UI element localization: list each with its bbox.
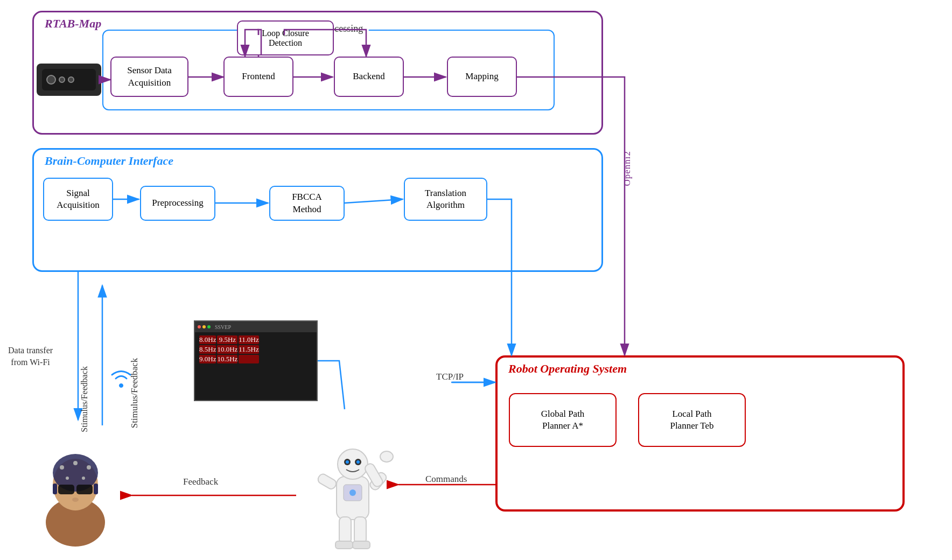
fbcca-node: FBCCA Method [269, 186, 345, 221]
global-planner-label: Global Path Planner A* [541, 408, 585, 432]
loop-closure-label: Loop Closure Detection [262, 29, 309, 48]
svg-point-17 [346, 460, 349, 464]
svg-rect-26 [353, 541, 370, 549]
svg-point-3 [60, 465, 64, 470]
freq-cell-8: 10.5Hz [217, 355, 237, 363]
preprocessing-node: Preprocessing [140, 186, 215, 221]
svg-point-4 [73, 461, 78, 465]
robot-figure [302, 425, 404, 549]
wifi-icon [108, 366, 135, 393]
freq-cell-9 [239, 355, 258, 363]
signal-acquisition-node: Signal Acquisition [43, 178, 113, 221]
bci-label: Brain-Computer Interface [45, 154, 173, 168]
svg-point-14 [338, 449, 368, 479]
tcp-ip-label: TCP/IP [436, 372, 464, 382]
svg-point-18 [356, 460, 360, 464]
data-transfer-label: Data transfer from Wi-Fi [8, 345, 53, 369]
freq-cell-3: 11.0Hz [239, 335, 258, 344]
svg-rect-23 [339, 517, 351, 544]
freq-cell-5: 10.0Hz [217, 345, 237, 354]
commands-label: Commands [425, 474, 467, 485]
svg-point-7 [82, 477, 85, 480]
diagram-container: RTAB-Map Brain-Computer Interface Robot … [0, 0, 952, 560]
backend-label: Backend [353, 71, 384, 82]
translation-node: Translation Algorithm [404, 178, 487, 221]
backend-node: Backend [334, 57, 404, 97]
svg-point-6 [66, 477, 69, 480]
signal-acquisition-label: Signal Acquisition [57, 187, 99, 211]
svg-point-12 [72, 498, 79, 502]
local-planner-node: Local Path Planner Teb [638, 393, 746, 447]
svg-rect-8 [53, 484, 57, 494]
mapping-node: Mapping [447, 57, 517, 97]
feedback-label: Feedback [183, 477, 218, 487]
svg-rect-25 [335, 541, 353, 549]
sensor-data-label: Sensor Data Acquisition [127, 65, 172, 88]
freq-cell-6: 11.5Hz [239, 345, 258, 354]
freq-cell-7: 9.0Hz [199, 355, 216, 363]
camera-lens-2 [59, 76, 65, 83]
svg-rect-19 [317, 473, 338, 491]
camera-image [37, 64, 101, 96]
fbcca-label: FBCCA Method [292, 191, 322, 215]
preprocessing-label: Preprocessing [152, 197, 203, 209]
svg-rect-10 [58, 485, 74, 494]
local-planner-label: Local Path Planner Teb [670, 408, 713, 432]
stimulus-feedback-text: Stimulus/Feedback [80, 366, 89, 432]
svg-point-5 [87, 465, 91, 470]
freq-cell-1: 8.0Hz [199, 335, 216, 344]
svg-rect-24 [354, 517, 366, 544]
svg-rect-11 [76, 485, 93, 494]
frontend-node: Frontend [223, 57, 293, 97]
frontend-label: Frontend [242, 71, 275, 82]
freq-cell-4: 8.5Hz [199, 345, 216, 354]
global-planner-node: Global Path Planner A* [509, 393, 617, 447]
person-eeg-figure [27, 425, 124, 549]
svg-rect-9 [94, 484, 98, 494]
svg-point-22 [380, 451, 393, 462]
ros-label: Robot Operating System [508, 362, 627, 376]
sensor-data-node: Sensor Data Acquisition [110, 57, 188, 97]
loop-closure-node: Loop Closure Detection [237, 20, 334, 55]
camera-lens-3 [68, 76, 74, 83]
openni2-label: Openni2 [622, 151, 633, 186]
svg-point-28 [349, 489, 356, 496]
stimulus-screen: SSVEP 8.0Hz 9.5Hz 11.0Hz 8.5Hz 10.0Hz 11… [194, 320, 318, 401]
freq-cell-2: 9.5Hz [217, 335, 237, 344]
translation-label: Translation Algorithm [425, 187, 466, 211]
rtab-map-label: RTAB-Map [45, 17, 101, 31]
mapping-label: Mapping [465, 71, 498, 82]
camera-lens-1 [46, 75, 56, 85]
